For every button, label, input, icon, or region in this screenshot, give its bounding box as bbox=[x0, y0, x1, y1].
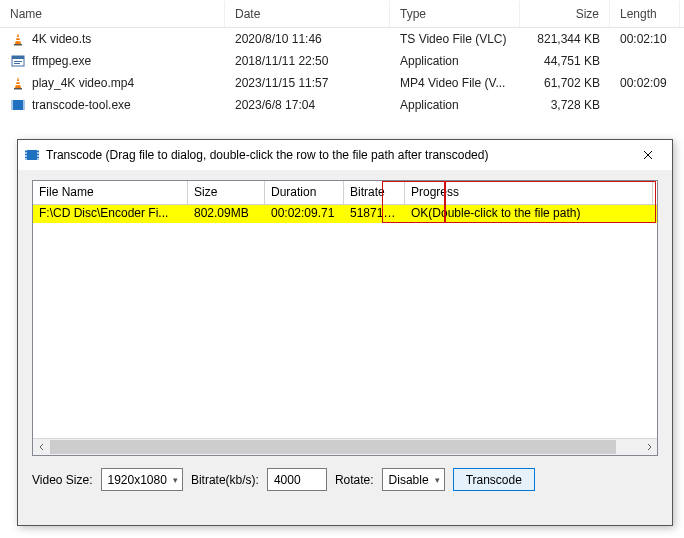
file-date: 2023/6/8 17:04 bbox=[225, 96, 390, 114]
svg-rect-21 bbox=[37, 157, 39, 158]
grid-col-duration[interactable]: Duration bbox=[265, 181, 344, 204]
file-length: 00:02:10 bbox=[610, 30, 680, 48]
file-type: Application bbox=[390, 96, 520, 114]
file-row[interactable]: transcode-tool.exe2023/6/8 17:04Applicat… bbox=[0, 94, 684, 116]
controls-bar: Video Size: 1920x1080 ▾ Bitrate(kb/s): R… bbox=[32, 468, 658, 491]
bitrate-input[interactable] bbox=[267, 468, 327, 491]
film-icon bbox=[10, 97, 26, 113]
cell-bitrate: 51871 k... bbox=[344, 205, 405, 223]
vlc-cone-icon bbox=[10, 31, 26, 47]
svg-rect-17 bbox=[25, 154, 27, 155]
svg-rect-6 bbox=[14, 63, 20, 64]
col-header-length[interactable]: Length bbox=[610, 1, 680, 27]
file-row[interactable]: play_4K video.mp42023/11/15 11:57MP4 Vid… bbox=[0, 72, 684, 94]
rotate-value: Disable bbox=[389, 473, 429, 487]
file-length bbox=[610, 103, 680, 107]
file-date: 2018/11/11 22:50 bbox=[225, 52, 390, 70]
rotate-label: Rotate: bbox=[335, 473, 374, 487]
svg-rect-10 bbox=[11, 100, 25, 110]
col-header-name[interactable]: Name bbox=[0, 1, 225, 27]
file-name: transcode-tool.exe bbox=[32, 98, 131, 112]
svg-rect-18 bbox=[25, 157, 27, 158]
col-header-size[interactable]: Size bbox=[520, 1, 610, 27]
file-length bbox=[610, 59, 680, 63]
file-list-header: Name Date Type Size Length bbox=[0, 0, 684, 28]
vlc-cone-icon bbox=[10, 75, 26, 91]
file-type: Application bbox=[390, 52, 520, 70]
svg-rect-2 bbox=[16, 40, 21, 41]
bitrate-label: Bitrate(kb/s): bbox=[191, 473, 259, 487]
svg-rect-4 bbox=[12, 56, 24, 59]
close-button[interactable] bbox=[628, 141, 668, 169]
cell-size: 802.09MB bbox=[188, 205, 265, 223]
scroll-right-icon[interactable] bbox=[640, 439, 657, 456]
svg-rect-13 bbox=[25, 150, 39, 160]
grid-header: File Name Size Duration Bitrate Progress bbox=[33, 181, 657, 205]
grid-row[interactable]: F:\CD Disc\Encoder Fi... 802.09MB 00:02:… bbox=[33, 205, 657, 223]
svg-rect-12 bbox=[23, 100, 25, 110]
svg-rect-11 bbox=[11, 100, 13, 110]
video-size-label: Video Size: bbox=[32, 473, 93, 487]
close-icon bbox=[643, 150, 653, 160]
file-row[interactable]: ffmpeg.exe2018/11/11 22:50Application44,… bbox=[0, 50, 684, 72]
transcode-button[interactable]: Transcode bbox=[453, 468, 535, 491]
cell-progress: OK(Double-click to the file path) bbox=[405, 205, 653, 223]
file-name: play_4K video.mp4 bbox=[32, 76, 134, 90]
file-date: 2023/11/15 11:57 bbox=[225, 74, 390, 92]
video-size-value: 1920x1080 bbox=[108, 473, 167, 487]
cell-duration: 00:02:09.71 bbox=[265, 205, 344, 223]
chevron-down-icon: ▾ bbox=[435, 475, 440, 485]
svg-rect-7 bbox=[14, 88, 22, 90]
file-size: 821,344 KB bbox=[520, 30, 610, 48]
file-list: Name Date Type Size Length 4K video.ts20… bbox=[0, 0, 684, 116]
svg-rect-1 bbox=[16, 37, 20, 38]
svg-rect-0 bbox=[14, 44, 22, 46]
file-row[interactable]: 4K video.ts2020/8/10 11:46TS Video File … bbox=[0, 28, 684, 50]
transcode-grid[interactable]: File Name Size Duration Bitrate Progress… bbox=[32, 180, 658, 456]
dialog-title: Transcode (Drag file to dialog, double-c… bbox=[46, 148, 628, 162]
transcode-dialog: Transcode (Drag file to dialog, double-c… bbox=[17, 139, 673, 526]
grid-col-progress[interactable]: Progress bbox=[405, 181, 653, 204]
file-type: MP4 Video File (V... bbox=[390, 74, 520, 92]
file-type: TS Video File (VLC) bbox=[390, 30, 520, 48]
file-size: 3,728 KB bbox=[520, 96, 610, 114]
grid-col-size[interactable]: Size bbox=[188, 181, 265, 204]
col-header-type[interactable]: Type bbox=[390, 1, 520, 27]
file-size: 44,751 KB bbox=[520, 52, 610, 70]
rotate-select[interactable]: Disable ▾ bbox=[382, 468, 445, 491]
film-icon bbox=[24, 147, 40, 163]
cell-filename: F:\CD Disc\Encoder Fi... bbox=[33, 205, 188, 223]
exe-icon bbox=[10, 53, 26, 69]
horizontal-scrollbar[interactable] bbox=[33, 438, 657, 455]
svg-rect-5 bbox=[14, 61, 22, 62]
file-size: 61,702 KB bbox=[520, 74, 610, 92]
svg-rect-19 bbox=[37, 151, 39, 152]
chevron-down-icon: ▾ bbox=[173, 475, 178, 485]
file-name: 4K video.ts bbox=[32, 32, 91, 46]
svg-rect-8 bbox=[16, 81, 20, 82]
svg-rect-9 bbox=[16, 84, 21, 85]
title-bar[interactable]: Transcode (Drag file to dialog, double-c… bbox=[18, 140, 672, 170]
svg-rect-16 bbox=[25, 151, 27, 152]
scroll-thumb[interactable] bbox=[50, 440, 616, 454]
file-name: ffmpeg.exe bbox=[32, 54, 91, 68]
video-size-select[interactable]: 1920x1080 ▾ bbox=[101, 468, 183, 491]
col-header-date[interactable]: Date bbox=[225, 1, 390, 27]
file-date: 2020/8/10 11:46 bbox=[225, 30, 390, 48]
svg-rect-20 bbox=[37, 154, 39, 155]
grid-col-filename[interactable]: File Name bbox=[33, 181, 188, 204]
scroll-left-icon[interactable] bbox=[33, 439, 50, 456]
file-length: 00:02:09 bbox=[610, 74, 680, 92]
grid-col-bitrate[interactable]: Bitrate bbox=[344, 181, 405, 204]
